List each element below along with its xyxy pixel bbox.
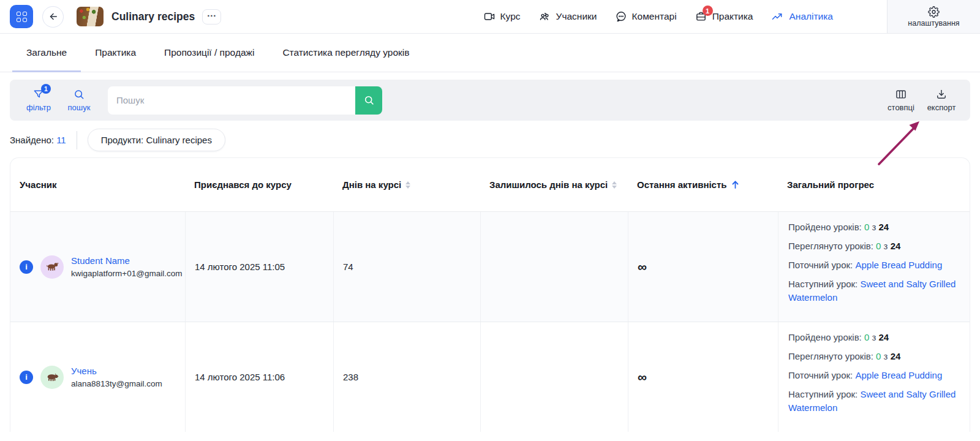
joined-cell: 14 лютого 2025 11:06 [185, 322, 333, 432]
nav-item-practice[interactable]: 1 Практика [695, 10, 753, 23]
progress-cell: Пройдено уроків: 0 з 24 Переглянуто урок… [778, 212, 970, 322]
divider [77, 131, 77, 149]
table-row: i Student Name kwigaplatform+01@gmail.co… [10, 211, 970, 322]
participant-email: kwigaplatform+01@gmail.com [71, 268, 182, 280]
passed-lessons-total: 24 [879, 332, 889, 342]
nav-item-label: Аналітика [789, 11, 833, 22]
days-left-cell [480, 322, 628, 432]
columns-icon [895, 88, 907, 100]
tab-offers-sales[interactable]: Пропозиції / продажі [150, 34, 268, 72]
viewed-lessons-value: 0 [876, 351, 881, 361]
found-count: Знайдено: 11 [10, 135, 66, 145]
found-count-value: 11 [56, 135, 66, 145]
passed-lessons-total: 24 [879, 222, 889, 232]
passed-lessons-value: 0 [864, 332, 869, 342]
arrow-left-icon [48, 11, 59, 22]
people-icon [538, 10, 551, 23]
search-input[interactable] [108, 86, 355, 115]
participant-cell: i Student Name kwigaplatform+01@gmail.co… [10, 212, 185, 322]
days-on-course-cell: 74 [333, 212, 480, 322]
nav-item-label: Учасники [556, 11, 597, 22]
nav-item-comments[interactable]: Коментарі [615, 10, 677, 23]
last-activity-cell: ∞ [628, 322, 778, 432]
page-title: Culinary recipes [111, 10, 195, 23]
column-header-days-on-course[interactable]: Днів на курсі [333, 158, 480, 211]
tab-lesson-views[interactable]: Статистика перегляду уроків [268, 34, 423, 72]
table-row: i Учень alana8813ty@gmail.com 14 лютого … [10, 322, 970, 432]
sort-asc-icon[interactable] [731, 180, 739, 189]
nav-item-participants[interactable]: Учасники [538, 10, 597, 23]
search-icon [363, 94, 375, 106]
days-left-cell [480, 212, 628, 322]
columns-button[interactable]: стовпці [881, 88, 921, 112]
more-options-button[interactable]: ··· [202, 9, 221, 24]
export-label: експорт [927, 103, 956, 112]
download-icon [935, 88, 948, 100]
infinity-value: ∞ [638, 260, 647, 274]
nav-item-label: Практика [712, 11, 753, 22]
passed-lessons-value: 0 [864, 222, 869, 232]
column-header-last-activity[interactable]: Остання активність [628, 158, 778, 211]
sort-icon[interactable] [405, 181, 410, 189]
course-nav: Курс Учасники Коментарі 1 Практика [483, 10, 833, 23]
info-icon[interactable]: i [20, 260, 33, 274]
gear-icon [928, 6, 940, 18]
sort-icon[interactable] [612, 181, 617, 189]
results-summary: Знайдено: 11 Продукти: Culinary recipes [10, 129, 970, 151]
nav-item-course[interactable]: Курс [483, 10, 521, 23]
participant-name-link[interactable]: Учень [71, 364, 162, 378]
search-toggle-button[interactable]: пошук [59, 88, 99, 112]
search-toggle-label: пошук [68, 103, 91, 112]
progress-cell: Пройдено уроків: 0 з 24 Переглянуто урок… [778, 322, 970, 432]
search-submit-button[interactable] [355, 86, 382, 115]
nav-item-analytics[interactable]: Аналітика [771, 10, 833, 23]
course-thumbnail [77, 7, 104, 26]
boar-avatar [40, 366, 64, 389]
tab-general[interactable]: Загальне [12, 34, 81, 72]
participant-name-link[interactable]: Student Name [71, 254, 182, 268]
column-header-progress: Загальний прогрес [778, 158, 970, 211]
column-header-days-left[interactable]: Залишилось днів на курсі [480, 158, 628, 211]
joined-cell: 14 лютого 2025 11:05 [185, 212, 333, 322]
trend-up-icon [771, 10, 784, 23]
apps-menu-button[interactable] [10, 5, 33, 28]
nav-item-label: Курс [500, 11, 521, 22]
video-icon [483, 10, 496, 23]
app-header: Culinary recipes ··· Курс Учасники Комен… [0, 0, 980, 34]
analytics-page: Culinary recipes ··· Курс Учасники Комен… [0, 0, 980, 441]
practice-badge: 1 [703, 6, 713, 16]
filter-button[interactable]: 1 фільтр [18, 88, 59, 112]
info-icon[interactable]: i [20, 371, 33, 384]
dog-avatar [40, 255, 64, 279]
days-on-course-cell: 238 [333, 322, 480, 432]
export-button[interactable]: експорт [921, 88, 962, 112]
column-header-joined: Приєднався до курсу [185, 158, 333, 211]
search-icon [73, 88, 85, 100]
participant-email: alana8813ty@gmail.com [71, 378, 162, 390]
practice-icon: 1 [695, 10, 707, 23]
current-lesson-link[interactable]: Apple Bread Pudding [855, 260, 942, 270]
analytics-tabs: Загальне Практика Пропозиції / продажі С… [0, 34, 980, 72]
tab-practice[interactable]: Практика [81, 34, 150, 72]
infinity-value: ∞ [638, 370, 647, 385]
filter-label: фільтр [26, 103, 51, 112]
grid-icon [17, 12, 27, 22]
filter-toolbar: 1 фільтр пошук стовпці експорт [10, 80, 970, 121]
column-header-participant: Учасник [10, 158, 185, 211]
last-activity-cell: ∞ [628, 212, 778, 322]
participants-table: Учасник Приєднався до курсу Днів на курс… [10, 157, 970, 432]
active-filter-chip[interactable]: Продукти: Culinary recipes [88, 129, 225, 151]
viewed-lessons-total: 24 [891, 351, 901, 361]
viewed-lessons-total: 24 [891, 241, 901, 251]
filter-count-badge: 1 [41, 84, 51, 94]
viewed-lessons-value: 0 [876, 241, 881, 251]
back-button[interactable] [42, 6, 64, 28]
current-lesson-link[interactable]: Apple Bread Pudding [855, 370, 942, 380]
settings-button[interactable]: налаштування [887, 0, 980, 33]
comment-icon [615, 10, 627, 23]
table-header-row: Учасник Приєднався до курсу Днів на курс… [10, 158, 970, 211]
search-bar [108, 86, 382, 115]
columns-label: стовпці [888, 103, 914, 112]
participant-cell: i Учень alana8813ty@gmail.com [10, 322, 185, 432]
settings-label: налаштування [908, 19, 959, 28]
